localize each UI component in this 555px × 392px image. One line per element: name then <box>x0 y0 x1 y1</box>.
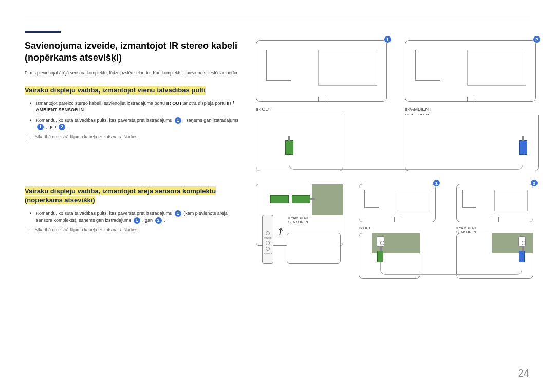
badge-1-icon: 1 <box>175 210 181 217</box>
small-display-2 <box>456 184 533 222</box>
green-plug-small-icon <box>377 251 383 262</box>
right-column: 1 2 IR OUT IR/AMBIENTSENSOR IN <box>256 40 530 297</box>
section1-note: ― Atkarībā no izstrādājuma kabeļa izskat… <box>25 134 240 140</box>
ir-out-label: IR OUT <box>256 107 272 113</box>
display-2-guide <box>467 50 526 86</box>
display-1-guide <box>318 50 377 86</box>
display-1-bracket <box>266 50 291 81</box>
accent-bar <box>25 31 61 33</box>
section2-list: Komandu, ko sūta tālvadības pults, kas p… <box>25 210 240 224</box>
section1-bullet1: Izmantojot pareizo stereo kabeli, savien… <box>36 100 240 114</box>
diagram-top: 1 2 IR OUT IR/AMBIENTSENSOR IN <box>256 40 530 174</box>
green-plug-side-icon <box>292 195 310 203</box>
diagram-bottom: IR/AMBIENTSENSOR IN POWER SOURCE ↗ <box>256 184 530 297</box>
badge-2-icon: 2 <box>59 124 65 130</box>
display-1-stand <box>318 97 325 102</box>
badge-1-icon: 1 <box>175 117 181 124</box>
blue-plug-small-icon <box>519 251 525 262</box>
section1-heading: Vairāku displeju vadība, izmantojot vien… <box>25 86 240 95</box>
green-plug-side2-icon <box>270 195 289 203</box>
sensor-in-label-sm: IR/AMBIENTSENSOR IN <box>288 216 309 225</box>
sensor-kit-panel <box>312 184 343 215</box>
remote-control-icon: POWER SOURCE <box>262 215 273 264</box>
top-rule <box>25 18 530 18</box>
small-panel-2 <box>492 233 533 253</box>
section1-list: Izmantojot pareizo stereo kabeli, savien… <box>25 100 240 131</box>
stereo-cable-2 <box>380 262 522 275</box>
section2-note: ― Atkarībā no izstrādājuma kabeļa izskat… <box>25 227 240 233</box>
badge-2-icon: 2 <box>531 180 538 186</box>
small-port-1 <box>377 236 384 247</box>
mini-display-1 <box>287 233 341 264</box>
badge-1-icon: 1 <box>384 36 391 43</box>
badge-1-icon: 1 <box>37 124 44 130</box>
display-2-bracket <box>415 50 440 81</box>
small-display-1 <box>359 184 436 222</box>
display-1-outline <box>256 40 387 102</box>
left-column: Savienojuma izveide, izmantojot IR stere… <box>25 40 240 297</box>
badge-2-icon: 2 <box>155 217 162 224</box>
main-title: Savienojuma izveide, izmantojot IR stere… <box>25 40 240 64</box>
badge-2-icon: 2 <box>533 36 540 43</box>
stereo-cable <box>289 154 523 170</box>
blue-plug-icon <box>519 140 527 155</box>
ir-out-label-sm: IR OUT <box>359 226 371 230</box>
badge-1-icon: 1 <box>433 180 440 186</box>
section2-heading: Vairāku displeju vadība, izmantojot ārēj… <box>25 186 240 205</box>
intro-text: Pirms pievienojat ārējā sensora komplekt… <box>25 70 240 77</box>
small-port-2 <box>518 236 526 247</box>
section1-bullet2: Komandu, ko sūta tālvadības pults, kas p… <box>36 117 240 131</box>
section2-bullet1: Komandu, ko sūta tālvadības pults, kas p… <box>36 210 240 224</box>
display-2-outline <box>405 40 536 102</box>
green-plug-icon <box>285 140 293 155</box>
display-2-stand <box>467 97 474 102</box>
page-number: 24 <box>518 367 529 379</box>
badge-1-icon: 1 <box>134 217 140 224</box>
